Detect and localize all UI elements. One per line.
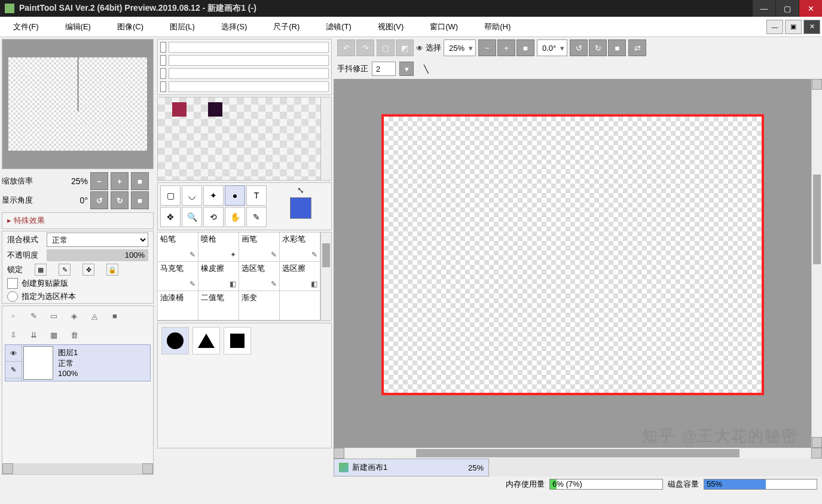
layer-mask-icon[interactable]: ◈ bbox=[68, 310, 80, 322]
lock-pixels-icon[interactable]: ▦ bbox=[35, 264, 47, 276]
brush-empty[interactable] bbox=[279, 291, 320, 320]
flip-button[interactable]: ⇄ bbox=[628, 39, 646, 56]
canvas-rotate-cw-button[interactable]: ↻ bbox=[589, 39, 607, 56]
zoom-in-button[interactable]: + bbox=[111, 172, 129, 190]
undo-button[interactable]: ↶ bbox=[337, 39, 355, 56]
rotate-cw-button[interactable]: ↻ bbox=[111, 191, 129, 209]
canvas-rotate-ccw-button[interactable]: ↺ bbox=[570, 39, 588, 56]
menu-view[interactable]: 视图(V) bbox=[365, 17, 417, 36]
rotate-reset-button[interactable]: ■ bbox=[131, 191, 149, 209]
opacity-slider[interactable]: 100% bbox=[47, 249, 148, 261]
lock-paint-icon[interactable]: ✎ bbox=[59, 264, 71, 276]
new-folder-icon[interactable]: ▭ bbox=[48, 310, 60, 322]
swatch-2[interactable] bbox=[208, 102, 222, 117]
marquee-tool-icon[interactable]: ▢ bbox=[160, 185, 181, 206]
menu-layer[interactable]: 图层(L) bbox=[157, 17, 208, 36]
new-linework-icon[interactable]: ✎ bbox=[27, 310, 39, 322]
lock-all-icon[interactable]: 🔒 bbox=[106, 264, 118, 276]
menu-file[interactable]: 文件(F) bbox=[0, 17, 52, 36]
shape-square[interactable] bbox=[224, 327, 251, 355]
menu-edit[interactable]: 编辑(E) bbox=[52, 17, 104, 36]
swatch-1[interactable] bbox=[172, 102, 187, 117]
brush-binary[interactable]: 二值笔 bbox=[198, 291, 239, 320]
sub-minimize-button[interactable]: — bbox=[766, 20, 783, 34]
slider-4[interactable] bbox=[160, 81, 166, 92]
slider-1[interactable] bbox=[160, 42, 166, 53]
deselect-button[interactable]: ▢ bbox=[377, 39, 395, 56]
blend-mode-select[interactable]: 正常 bbox=[47, 233, 148, 247]
canvas-rotate-reset-button[interactable]: ■ bbox=[608, 39, 626, 56]
slider-2[interactable] bbox=[160, 55, 166, 66]
shape-circle[interactable] bbox=[161, 327, 189, 355]
brush-eraser[interactable]: 橡皮擦◧ bbox=[198, 261, 239, 291]
brush-pencil[interactable]: 铅笔✎ bbox=[157, 232, 198, 262]
brush-airbrush[interactable]: 喷枪✦ bbox=[198, 232, 239, 262]
menu-ruler[interactable]: 尺子(R) bbox=[260, 17, 313, 36]
maximize-button[interactable]: ▢ bbox=[776, 0, 799, 17]
eyedropper-tool-icon[interactable]: ✎ bbox=[246, 207, 267, 227]
zoom-select[interactable]: 25% bbox=[444, 39, 476, 56]
swatch-scrollbar[interactable] bbox=[320, 97, 331, 180]
rotate-ccw-button[interactable]: ↺ bbox=[90, 191, 108, 209]
zoom-reset-button[interactable]: ■ bbox=[131, 172, 149, 190]
hand-tool-icon[interactable]: ✋ bbox=[225, 207, 245, 227]
move-tool-icon[interactable]: ✥ bbox=[160, 207, 181, 227]
flatten-icon[interactable]: ▦ bbox=[48, 329, 60, 341]
menu-select[interactable]: 选择(S) bbox=[208, 17, 260, 36]
magic-wand-tool-icon[interactable]: ✦ bbox=[203, 185, 224, 206]
clipping-mask-checkbox[interactable] bbox=[7, 278, 18, 289]
effects-header[interactable]: 特殊效果 bbox=[2, 213, 153, 228]
brush-gradient[interactable]: 渐变 bbox=[239, 291, 280, 320]
lock-move-icon[interactable]: ✥ bbox=[82, 264, 94, 276]
shape-triangle[interactable] bbox=[192, 327, 220, 355]
brush-bucket[interactable]: 油漆桶 bbox=[157, 291, 198, 320]
selection-source-radio[interactable] bbox=[7, 291, 18, 302]
brush-marker[interactable]: 马克笔✎ bbox=[157, 261, 198, 291]
delete-layer-icon[interactable]: 🗑 bbox=[68, 329, 80, 341]
canvas-viewport[interactable] bbox=[334, 79, 811, 448]
sub-restore-button[interactable]: ▣ bbox=[785, 20, 802, 34]
canvas-scrollbar-vertical[interactable] bbox=[811, 79, 822, 448]
menu-image[interactable]: 图像(C) bbox=[104, 17, 157, 36]
brush-tool-icon[interactable]: ● bbox=[225, 185, 245, 206]
rotate-tool-icon[interactable]: ⟲ bbox=[203, 207, 224, 227]
new-layer-icon[interactable]: ▫ bbox=[7, 310, 19, 322]
sub-close-button[interactable]: ✕ bbox=[803, 20, 820, 34]
transfer-down-icon[interactable]: ⇩ bbox=[7, 329, 19, 341]
stabilizer-dropdown[interactable]: ▾ bbox=[399, 62, 414, 76]
menu-window[interactable]: 窗口(W) bbox=[417, 17, 471, 36]
foreground-color[interactable] bbox=[290, 197, 311, 219]
clear-layer-icon[interactable]: ◬ bbox=[88, 310, 100, 322]
menu-help[interactable]: 帮助(H) bbox=[471, 17, 524, 36]
redo-button[interactable]: ↷ bbox=[356, 39, 374, 56]
lasso-tool-icon[interactable]: ◡ bbox=[182, 185, 202, 206]
layer-scrollbar[interactable] bbox=[2, 463, 153, 474]
canvas-zoom-out-button[interactable]: − bbox=[478, 39, 496, 56]
brush-selpen[interactable]: 选区笔✎ bbox=[239, 261, 280, 291]
menu-filter[interactable]: 滤镜(T) bbox=[313, 17, 365, 36]
stabilizer-value[interactable]: 2 bbox=[372, 62, 396, 76]
brush-watercolor[interactable]: 水彩笔✎ bbox=[279, 232, 320, 262]
navigator-panel[interactable] bbox=[2, 39, 154, 169]
canvas-zoom-in-button[interactable]: + bbox=[497, 39, 515, 56]
zoom-out-button[interactable]: − bbox=[90, 172, 108, 190]
slider-3[interactable] bbox=[160, 68, 166, 79]
layer-edit-icon[interactable]: ✎ bbox=[5, 362, 22, 378]
line-tool-icon[interactable]: ╲ bbox=[417, 65, 435, 74]
layer-item[interactable]: 👁 ✎ 图层1 正常 100% bbox=[5, 344, 151, 381]
flat-square-icon[interactable]: ■ bbox=[109, 310, 121, 322]
merge-down-icon[interactable]: ⇊ bbox=[27, 329, 39, 341]
swap-colors-icon[interactable]: ⤡ bbox=[297, 185, 304, 195]
brush-seleraser[interactable]: 选区擦◧ bbox=[279, 261, 320, 291]
canvas-scrollbar-horizontal[interactable] bbox=[334, 448, 822, 459]
brush-brush[interactable]: 画笔✎ bbox=[239, 232, 280, 262]
zoom-tool-icon[interactable]: 🔍 bbox=[182, 207, 202, 227]
text-tool-icon[interactable]: T bbox=[246, 185, 267, 206]
canvas[interactable] bbox=[381, 114, 764, 395]
document-tab[interactable]: 新建画布1 25% bbox=[334, 459, 489, 476]
canvas-zoom-fit-button[interactable]: ■ bbox=[517, 39, 534, 56]
angle-select[interactable]: 0.0° bbox=[537, 39, 567, 56]
layer-visibility-icon[interactable]: 👁 bbox=[5, 345, 22, 362]
minimize-button[interactable]: — bbox=[753, 0, 775, 17]
brush-scrollbar[interactable] bbox=[320, 233, 331, 320]
